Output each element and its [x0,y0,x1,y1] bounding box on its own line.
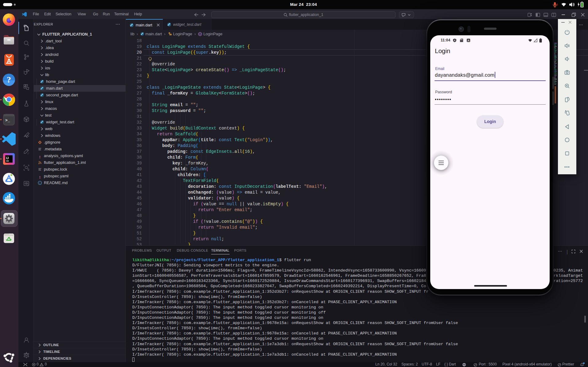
svg-text:i: i [40,181,41,184]
svg-text:A: A [467,39,469,42]
svg-text:>_: >_ [5,118,10,123]
svg-text:A: A [7,57,11,64]
svg-text:?: ? [7,75,11,84]
svg-text:IJ: IJ [6,156,9,160]
